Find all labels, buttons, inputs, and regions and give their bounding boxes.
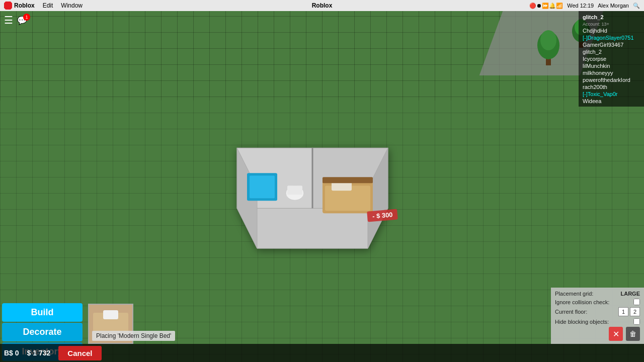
os-top-bar: Roblox Edit Window Roblox 🔴⏺⏩🔔📶 Wed 12:1… [0,0,644,11]
grid-row: Placement grid: LARGE [555,291,640,297]
svg-rect-19 [323,177,373,183]
b-currency-display: B$ 0 [4,349,19,357]
player-item: Icycorpse [579,55,644,62]
room-3d [217,108,408,270]
game-top-bar: ☰ 💬 1 [0,11,644,29]
player-item: milkhoneyyy [579,69,644,76]
placement-panel: Placement grid: LARGE Ignore collision c… [551,288,644,344]
grid-value: LARGE [621,291,640,297]
build-button[interactable]: Build [2,303,83,322]
blocking-label: Hide blocking objects: [555,319,609,325]
player-item: lilMunchkin [579,62,644,69]
app-name-label: Roblox [14,2,35,9]
player-item: GamerGirl93467 [579,41,644,48]
floor-label: Current floor: [555,309,587,315]
window-menu[interactable]: Window [61,2,83,9]
player-panel: glitch_2 Account: 13+ ChdjhdHd [-]Dragon… [579,11,644,107]
player-item: powerofthedarkIord [579,76,644,83]
floor-row: Current floor: 1 2 [555,307,640,316]
player-item: Wideea [579,98,644,105]
dollar-display: $ 1 732 [27,349,51,357]
floor-input: 1 2 [618,307,640,316]
window-title: Roblox [312,2,333,9]
placing-tooltip: Placing 'Modern Single Bed' [92,331,175,341]
player-item: ChdjhdHd [579,27,644,34]
room-svg [217,108,408,268]
decorate-button[interactable]: Decorate [2,323,83,341]
player-item: [-]DragonSlayer0751 [579,34,644,41]
player-item: glitch_2 [579,48,644,55]
blocking-row: Hide blocking objects: [555,318,640,325]
collision-label: Ignore collision check: [555,299,609,305]
player-item: rach200th [579,83,644,90]
player-item: [-]Toxic_Vap0r [579,90,644,98]
cost-text: - $ 300 [372,211,393,220]
chat-button[interactable]: 💬 1 [17,16,27,25]
close-button[interactable]: ✕ [609,327,623,341]
bottom-bar: B$ 0 $ 1 732 Cancel [0,344,644,362]
hamburger-button[interactable]: ☰ [4,14,13,26]
tooltip-text: Placing 'Modern Single Bed' [96,332,171,339]
roblox-icon [4,2,12,10]
svg-marker-6 [237,208,388,248]
blocking-checkbox[interactable] [633,318,640,325]
tree-decoration [533,25,564,67]
bed-pillow [103,310,118,319]
search-icon[interactable]: 🔍 [633,3,640,9]
edit-menu[interactable]: Edit [43,2,53,9]
svg-point-2 [540,30,556,50]
system-tray: 🔴⏺⏩🔔📶 Wed 12:19 Alex Morgan 🔍 [529,3,640,9]
system-icons: 🔴⏺⏩🔔📶 [529,3,563,9]
player-header: glitch_2 [579,13,644,21]
chat-badge: 1 [23,14,30,21]
username: Alex Morgan [598,3,629,9]
account-label: Account: 13+ [579,21,644,27]
floor-value-1: 1 [618,307,628,316]
datetime: Wed 12:19 [567,3,594,9]
svg-rect-15 [287,186,302,195]
collision-row: Ignore collision check: [555,299,640,305]
svg-rect-13 [250,175,275,198]
current-player-name: glitch_2 [583,14,604,20]
app-name: Roblox [4,2,35,10]
cancel-button[interactable]: Cancel [58,346,101,360]
collision-checkbox[interactable] [633,299,640,305]
grid-label: Placement grid: [555,291,593,297]
floor-value-2[interactable]: 2 [630,307,640,316]
delete-button[interactable]: 🗑 [626,327,640,341]
